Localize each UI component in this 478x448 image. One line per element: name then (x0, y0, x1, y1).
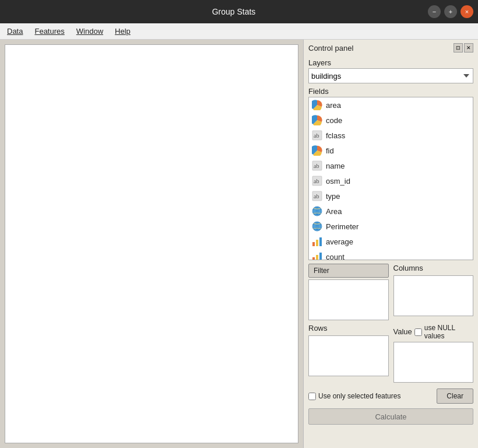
columns-section: Columns (393, 264, 474, 320)
use-null-label: use NULL values (424, 324, 473, 340)
menu-features[interactable]: Features (30, 25, 69, 37)
list-item[interactable]: fid (309, 143, 473, 158)
clear-button[interactable]: Clear (437, 388, 473, 404)
close-button[interactable]: × (461, 5, 473, 18)
value-section: Value use NULL values (393, 324, 474, 383)
rows-section: Rows (308, 324, 389, 376)
minimize-button[interactable]: − (428, 5, 441, 18)
svg-rect-24 (319, 253, 322, 260)
rows-label: Rows (308, 324, 389, 332)
control-panel: Control panel ⊡ ✕ Layers buildings Field… (303, 40, 478, 448)
field-label: name (326, 162, 345, 170)
text-field-icon: ab (311, 130, 323, 141)
control-panel-header: Control panel ⊡ ✕ (308, 43, 473, 52)
fields-section: Fields area (308, 87, 473, 260)
control-panel-icon-buttons: ⊡ ✕ (454, 43, 473, 52)
value-header: Value use NULL values (393, 324, 474, 340)
field-label: fid (326, 146, 334, 155)
field-label: code (326, 116, 342, 125)
list-item[interactable]: ab type (309, 188, 473, 204)
columns-label: Columns (393, 264, 474, 272)
maximize-button[interactable]: + (444, 5, 457, 18)
field-label: Perimeter (326, 222, 358, 231)
cp-close-button[interactable]: ✕ (464, 43, 473, 52)
svg-rect-20 (316, 240, 318, 246)
bar-chart-icon (311, 236, 323, 247)
menu-data[interactable]: Data (2, 25, 27, 37)
field-label: fclass (326, 131, 345, 140)
pie-chart-icon (311, 145, 323, 156)
field-label: average (326, 237, 353, 246)
bar-chart-icon (311, 251, 323, 260)
columns-drop-box[interactable] (393, 275, 474, 316)
list-item[interactable]: ab name (309, 158, 473, 173)
list-item[interactable]: count (309, 249, 473, 260)
app-title: Group Stats (40, 7, 428, 16)
fields-label: Fields (308, 87, 473, 96)
filter-columns-row: Filter Columns (308, 264, 473, 320)
use-null-checkbox[interactable] (414, 328, 422, 336)
use-selected-checkbox[interactable] (308, 393, 316, 400)
list-item[interactable]: Area (309, 204, 473, 219)
list-item[interactable]: area (309, 97, 473, 113)
value-label: Value (393, 327, 412, 336)
globe-icon (311, 205, 323, 217)
field-label: area (326, 101, 341, 110)
list-item[interactable]: Perimeter (309, 219, 473, 234)
field-label: type (326, 192, 340, 201)
svg-text:ab: ab (314, 132, 319, 139)
fields-list[interactable]: area code (308, 97, 473, 260)
filter-button[interactable]: Filter (308, 264, 389, 278)
layers-dropdown[interactable]: buildings (308, 68, 473, 83)
use-selected-section: Use only selected features (308, 392, 400, 400)
text-field-icon: ab (311, 175, 323, 187)
svg-text:ab: ab (314, 193, 319, 200)
value-drop-box[interactable] (393, 342, 474, 383)
field-label: count (326, 253, 345, 261)
cp-restore-button[interactable]: ⊡ (454, 43, 463, 52)
menubar: Data Features Window Help (0, 23, 478, 40)
layers-section: Layers buildings (308, 58, 473, 83)
bottom-row: Use only selected features Clear (308, 388, 473, 404)
text-field-icon: ab (311, 190, 323, 202)
filter-drop-box[interactable] (308, 279, 389, 320)
titlebar: Group Stats − + × (0, 0, 478, 23)
rows-value-row: Rows Value use NULL values (308, 324, 473, 383)
canvas-area (5, 44, 298, 443)
menu-help[interactable]: Help (110, 25, 135, 37)
svg-rect-22 (312, 257, 315, 260)
list-item[interactable]: ab osm_id (309, 173, 473, 188)
pie-chart-icon (311, 114, 323, 126)
window-controls: − + × (428, 5, 473, 18)
list-item[interactable]: ab fclass (309, 128, 473, 143)
list-item[interactable]: average (309, 234, 473, 249)
layers-label: Layers (308, 58, 473, 67)
text-field-icon: ab (311, 160, 323, 172)
svg-rect-21 (319, 237, 322, 246)
svg-text:ab: ab (314, 178, 319, 184)
pie-chart-icon (311, 99, 323, 111)
rows-drop-box[interactable] (308, 335, 389, 376)
field-label: Area (326, 207, 342, 216)
field-label: osm_id (326, 177, 350, 186)
main-content: Control panel ⊡ ✕ Layers buildings Field… (0, 40, 478, 448)
control-panel-title: Control panel (308, 44, 353, 52)
filter-section: Filter (308, 264, 389, 320)
svg-text:ab: ab (314, 163, 319, 169)
svg-rect-19 (312, 242, 315, 246)
use-selected-label: Use only selected features (318, 392, 400, 400)
calculate-button[interactable]: Calculate (308, 408, 473, 425)
list-item[interactable]: code (309, 113, 473, 128)
svg-rect-23 (316, 255, 318, 260)
menu-window[interactable]: Window (72, 25, 108, 37)
globe-icon (311, 220, 323, 232)
